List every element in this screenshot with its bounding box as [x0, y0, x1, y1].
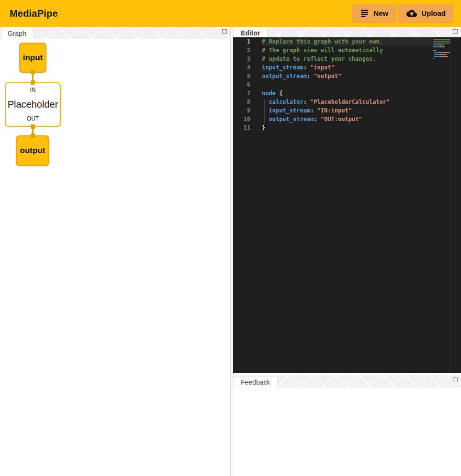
output-node-label: output [20, 146, 45, 155]
code-line: 9 input_stream: "IN:input" [233, 106, 461, 115]
graph-maximise-icon[interactable] [222, 29, 227, 34]
editor-panel: Editor 1# Replace this graph with your o… [233, 27, 461, 373]
code-line: 11} [233, 123, 461, 132]
code-line: 1# Replace this graph with your own. [233, 37, 461, 46]
feedback-panel: Feedback [233, 375, 461, 476]
app-title: MediaPipe [10, 8, 58, 19]
tab-graph[interactable]: Graph [0, 28, 34, 39]
code-line: 2# The graph view will automatically [233, 46, 461, 55]
menu-lines-icon [360, 9, 369, 18]
feedback-maximise-icon[interactable] [453, 377, 458, 382]
upload-button[interactable]: Upload [398, 4, 454, 22]
port-placeholder-in [31, 80, 35, 85]
editor-maximise-icon[interactable] [453, 29, 458, 34]
code-line: 6 [233, 80, 461, 89]
upload-button-label: Upload [421, 9, 446, 17]
tab-graph-label: Graph [8, 30, 26, 37]
graph-canvas[interactable]: input IN Placeholder OUT output [0, 39, 230, 476]
tab-editor-label: Editor [241, 29, 260, 37]
editor-overview-ruler [450, 37, 450, 373]
code-line: 8 calculator: "PlaceholderCalculator" [233, 98, 461, 106]
graph-node-input[interactable]: input [19, 43, 46, 73]
cloud-upload-icon [406, 8, 417, 19]
tab-editor[interactable]: Editor [233, 28, 268, 37]
placeholder-out-port-label: OUT [27, 115, 39, 122]
port-input-out [31, 70, 35, 74]
code-line: 7node { [233, 89, 461, 98]
graph-panel-header: Graph [0, 27, 230, 39]
tab-feedback[interactable]: Feedback [233, 376, 278, 387]
indent-guide [264, 99, 265, 123]
port-placeholder-out [31, 124, 35, 129]
input-node-label: input [23, 53, 43, 63]
editor-code[interactable]: 1# Replace this graph with your own.2# T… [233, 37, 461, 373]
code-line: 5output_stream: "output" [233, 72, 461, 80]
code-line: 3# update to reflect your changes. [233, 55, 461, 63]
editor-panel-header: Editor [233, 27, 461, 37]
placeholder-node-label: Placeholder [8, 99, 58, 110]
editor-minimap[interactable] [433, 39, 450, 60]
graph-panel: Graph input IN Placeholder OUT output [0, 27, 231, 476]
feedback-panel-header: Feedback [233, 375, 461, 387]
right-column: Editor 1# Replace this graph with your o… [233, 27, 461, 476]
port-output-in [31, 133, 35, 138]
placeholder-in-port-label: IN [30, 87, 36, 93]
app-header: MediaPipe New Upload [0, 0, 461, 27]
code-line: 10 output_stream: "OUT:output" [233, 115, 461, 123]
tab-feedback-label: Feedback [241, 378, 270, 386]
header-actions: New Upload [352, 4, 454, 22]
new-button[interactable]: New [352, 4, 396, 22]
graph-node-output[interactable]: output [16, 135, 49, 166]
feedback-body [233, 387, 461, 476]
code-line: 4input_stream: "input" [233, 63, 461, 72]
new-button-label: New [373, 9, 388, 17]
graph-node-placeholder[interactable]: IN Placeholder OUT [5, 82, 61, 127]
